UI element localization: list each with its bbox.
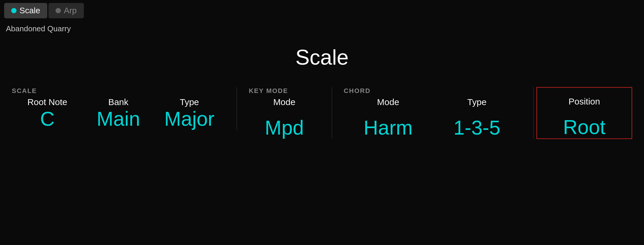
scale-columns: Root Note C Bank Main Type Major [12, 97, 225, 130]
scale-group-label: SCALE [12, 87, 225, 95]
chord-group: CHORD Mode Type Harm 1-3-5 [332, 87, 534, 139]
top-bar: Scale Arp [0, 0, 644, 21]
tab-arp-label: Arp [64, 6, 77, 15]
scale-value-bank[interactable]: Main [83, 107, 154, 130]
tab-arp-dot [56, 8, 61, 13]
chord-value-mode[interactable]: Harm [344, 116, 433, 139]
tab-arp[interactable]: Arp [48, 3, 84, 18]
scale-header-type: Type [154, 97, 225, 107]
key-mode-sub-headers: Mode [249, 97, 320, 107]
key-mode-value[interactable]: Mpd [249, 116, 320, 139]
chord-header-type: Type [432, 97, 521, 107]
tab-scale[interactable]: Scale [4, 3, 47, 18]
position-header: Position [549, 97, 620, 107]
scale-col-root-note: Root Note C [12, 97, 83, 130]
section-title: Scale [295, 45, 349, 69]
key-mode-group-label: KEY MODE [249, 87, 320, 95]
scale-value-type[interactable]: Major [154, 107, 225, 130]
preset-name: Abandoned Quarry [0, 21, 644, 36]
scale-header-root-note: Root Note [12, 97, 83, 107]
tab-scale-dot [11, 8, 17, 13]
position-group: Position Root [536, 87, 632, 139]
key-mode-group: KEY MODE Mode Mpd [237, 87, 332, 139]
chord-values: Harm 1-3-5 [344, 116, 521, 139]
chord-group-label: CHORD [344, 87, 521, 95]
scale-header-bank: Bank [83, 97, 154, 107]
controls-row: SCALE Root Note C Bank Main Type Major K… [0, 87, 644, 139]
scale-col-type: Type Major [154, 97, 225, 130]
key-mode-values: Mpd [249, 116, 320, 139]
chord-sub-headers: Mode Type [344, 97, 521, 107]
scale-group: SCALE Root Note C Bank Main Type Major [12, 87, 237, 130]
position-spacer [549, 88, 620, 97]
key-mode-header: Mode [249, 97, 320, 107]
main-content: Scale SCALE Root Note C Bank Main Type M… [0, 36, 644, 139]
chord-header-mode: Mode [344, 97, 433, 107]
chord-value-type[interactable]: 1-3-5 [432, 116, 521, 139]
scale-col-bank: Bank Main [83, 97, 154, 130]
tab-scale-label: Scale [19, 6, 40, 15]
scale-value-root-note[interactable]: C [12, 107, 83, 130]
position-value[interactable]: Root [549, 115, 620, 138]
